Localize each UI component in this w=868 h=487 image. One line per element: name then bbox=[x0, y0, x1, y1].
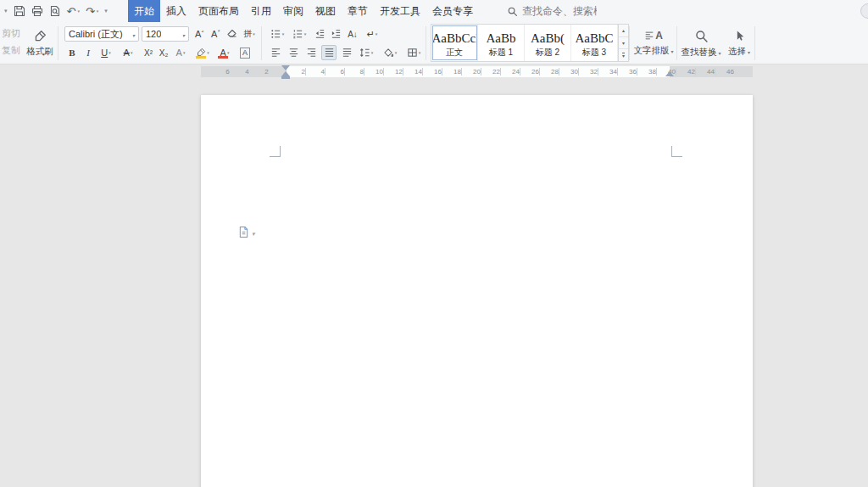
bold-button[interactable]: B bbox=[64, 45, 80, 60]
command-search[interactable] bbox=[507, 0, 597, 22]
document-area[interactable] bbox=[0, 79, 868, 487]
styles-scroll-down-button[interactable] bbox=[619, 37, 628, 50]
shrink-font-icon: A bbox=[211, 29, 217, 39]
show-paragraph-marks-button[interactable]: ↵ bbox=[363, 26, 381, 42]
left-indent-marker[interactable] bbox=[281, 76, 290, 79]
customize-quick-access-chevron-icon[interactable] bbox=[4, 8, 8, 14]
bullets-button[interactable] bbox=[268, 26, 287, 42]
ribbon-tab[interactable]: 页面布局 bbox=[192, 0, 245, 22]
right-indent-marker[interactable] bbox=[665, 71, 674, 76]
align-right-button[interactable] bbox=[303, 45, 319, 60]
distribute-button[interactable] bbox=[339, 45, 354, 60]
ruler-number: 42 bbox=[676, 68, 695, 76]
style-preset[interactable]: AaBb( 标题 2 bbox=[525, 25, 571, 61]
text-layout-button[interactable]: A 文字排版 bbox=[632, 24, 675, 63]
title-bar: ↶ ↷ 开始插入页面布局引用审阅视图章节开发工具会员专享 bbox=[0, 0, 868, 22]
group-divider bbox=[676, 26, 677, 60]
underline-button[interactable]: U bbox=[97, 45, 115, 60]
copy-button[interactable]: 复制 bbox=[2, 44, 20, 57]
find-replace-button[interactable]: 查找替换 bbox=[680, 24, 722, 63]
pinyin-guide-button[interactable]: 拼 bbox=[240, 26, 259, 42]
print-preview-button[interactable] bbox=[49, 5, 61, 17]
superscript-button[interactable]: X² bbox=[141, 45, 156, 60]
font-color-bar bbox=[218, 56, 228, 59]
shrink-font-button[interactable]: A▾ bbox=[208, 26, 223, 42]
line-spacing-button[interactable] bbox=[357, 45, 376, 60]
ribbon-tab[interactable]: 章节 bbox=[342, 0, 374, 22]
group-divider bbox=[426, 26, 426, 60]
save-button[interactable] bbox=[14, 5, 25, 17]
ribbon-tab[interactable]: 引用 bbox=[245, 0, 277, 22]
distribute-text-icon bbox=[342, 48, 353, 58]
ruler-number: 46 bbox=[715, 68, 734, 76]
text-effects-button[interactable]: A bbox=[171, 45, 190, 60]
embedded-object-icon[interactable] bbox=[238, 226, 255, 238]
style-label: 标题 2 bbox=[536, 47, 559, 59]
align-left-button[interactable] bbox=[268, 45, 283, 60]
ribbon-tab[interactable]: 开始 bbox=[128, 0, 160, 22]
character-border-button[interactable]: A bbox=[237, 45, 253, 60]
style-preset[interactable]: AaBb 标题 1 bbox=[478, 25, 525, 61]
borders-button[interactable] bbox=[404, 45, 423, 60]
search-input[interactable] bbox=[522, 5, 597, 17]
cut-button[interactable]: 剪切 bbox=[2, 27, 20, 40]
chevron-down-icon bbox=[132, 29, 135, 39]
grow-font-icon: A bbox=[195, 29, 201, 39]
shading-button[interactable] bbox=[381, 45, 399, 60]
select-button[interactable]: 选择 bbox=[724, 24, 754, 63]
style-preset[interactable]: AaBbC 标题 3 bbox=[571, 25, 618, 61]
justify-button[interactable] bbox=[321, 45, 337, 60]
numbering-button[interactable] bbox=[290, 26, 309, 42]
style-preset[interactable]: AaBbCcDd 正文 bbox=[431, 25, 478, 61]
redo-button[interactable]: ↷ bbox=[86, 6, 98, 17]
text-boundary-mark-top-left bbox=[270, 146, 281, 157]
print-button[interactable] bbox=[31, 5, 43, 17]
page[interactable] bbox=[201, 95, 753, 487]
decrease-indent-button[interactable] bbox=[312, 26, 327, 42]
first-line-indent-marker[interactable] bbox=[281, 65, 290, 70]
highlight-color-bar bbox=[196, 56, 206, 59]
format-painter-button[interactable]: 格式刷 bbox=[24, 25, 56, 62]
ruler-number: 6 bbox=[218, 68, 237, 76]
font-color-button[interactable]: A bbox=[215, 45, 234, 60]
ribbon-tab[interactable]: 插入 bbox=[160, 0, 192, 22]
highlight-button[interactable] bbox=[193, 45, 212, 60]
ribbon-tab[interactable]: 审阅 bbox=[277, 0, 309, 22]
ruler-number: 26 bbox=[520, 68, 539, 76]
font-size-select[interactable]: 120 bbox=[142, 26, 189, 42]
avatar[interactable] bbox=[860, 3, 868, 19]
up-caret-icon: ▴ bbox=[201, 29, 203, 33]
ruler[interactable]: 642 246810121416182022242628303234363840… bbox=[0, 64, 868, 79]
ruler-number: 14 bbox=[403, 68, 422, 76]
print-icon bbox=[31, 5, 43, 17]
grow-font-button[interactable]: A▴ bbox=[192, 26, 207, 42]
italic-button[interactable]: I bbox=[81, 45, 96, 60]
styles-gallery: AaBbCcDd 正文 AaBb 标题 1 AaBb( 标题 2 Aa bbox=[431, 24, 629, 62]
ruler-number: 6 bbox=[325, 68, 344, 76]
font-family-value: Calibri (正文) bbox=[69, 28, 123, 41]
ribbon-tab[interactable]: 开发工具 bbox=[374, 0, 426, 22]
ribbon-tab[interactable]: 视图 bbox=[309, 0, 342, 22]
font-family-select[interactable]: Calibri (正文) bbox=[64, 26, 139, 42]
more-commands-chevron-icon[interactable] bbox=[104, 8, 108, 14]
undo-button[interactable]: ↶ bbox=[67, 6, 80, 17]
clear-format-button[interactable] bbox=[224, 26, 239, 42]
group-divider bbox=[261, 26, 262, 60]
strikethrough-button[interactable]: A bbox=[119, 45, 137, 60]
increase-indent-button[interactable] bbox=[328, 26, 343, 42]
ruler-number: 28 bbox=[539, 68, 559, 76]
align-center-button[interactable] bbox=[286, 45, 301, 60]
sort-button[interactable]: A↓ bbox=[344, 26, 361, 42]
format-painter-label: 格式刷 bbox=[26, 46, 53, 58]
bullet-list-icon bbox=[270, 29, 281, 39]
borders-icon bbox=[407, 48, 418, 58]
ribbon-tab[interactable]: 会员专享 bbox=[426, 0, 479, 22]
shading-icon bbox=[383, 48, 394, 58]
subscript-button[interactable]: X₂ bbox=[156, 45, 171, 60]
select-label: 选择 bbox=[728, 46, 750, 58]
align-center-icon bbox=[288, 48, 299, 58]
styles-more-button[interactable] bbox=[619, 49, 628, 61]
styles-scroll-up-button[interactable] bbox=[619, 25, 628, 37]
group-divider bbox=[629, 26, 630, 60]
style-preview: AaBbCcDd bbox=[432, 31, 477, 46]
